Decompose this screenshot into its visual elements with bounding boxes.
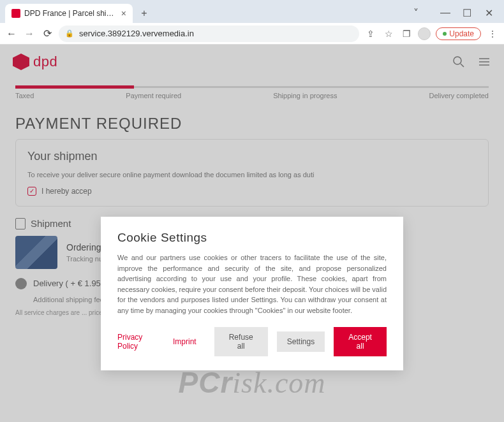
window-controls: ˅ — ☐ ✕ bbox=[411, 7, 499, 19]
modal-title: Cookie Settings bbox=[117, 231, 387, 245]
puzzle-icon[interactable]: ❐ bbox=[400, 29, 413, 39]
url-field[interactable]: 🔒 service.3892129.vervemedia.in bbox=[59, 25, 359, 42]
modal-body: We and our partners use cookies or other… bbox=[117, 252, 387, 316]
chevron-down-icon[interactable]: ˅ bbox=[411, 7, 421, 19]
privacy-policy-link[interactable]: Privacy Policy bbox=[117, 333, 164, 351]
star-icon[interactable]: ☆ bbox=[382, 29, 395, 39]
new-tab-button[interactable]: + bbox=[137, 6, 152, 21]
lock-icon: 🔒 bbox=[65, 29, 74, 38]
maximize-icon[interactable]: ☐ bbox=[462, 7, 472, 19]
reload-button[interactable]: ⟳ bbox=[41, 27, 54, 40]
accept-all-button[interactable]: Accept all bbox=[334, 327, 387, 356]
page-viewport: dpd Taxed Payment required Shipping in p… bbox=[0, 45, 504, 422]
modal-actions: Privacy Policy Imprint Refuse all Settin… bbox=[117, 327, 387, 356]
browser-tab[interactable]: DPD France | Parcel shipping for × bbox=[5, 4, 133, 23]
cookie-modal: Cookie Settings We and our partners use … bbox=[101, 217, 403, 370]
close-icon[interactable]: × bbox=[121, 8, 126, 18]
close-window-icon[interactable]: ✕ bbox=[484, 7, 494, 19]
minimize-icon[interactable]: — bbox=[440, 7, 450, 19]
back-button[interactable]: ← bbox=[5, 28, 18, 40]
url-text: service.3892129.vervemedia.in bbox=[79, 29, 194, 38]
update-label: Update bbox=[449, 29, 474, 38]
update-dot-icon bbox=[443, 32, 447, 36]
tab-favicon bbox=[11, 9, 20, 18]
tab-title: DPD France | Parcel shipping for bbox=[24, 9, 117, 18]
refuse-all-button[interactable]: Refuse all bbox=[214, 327, 268, 356]
forward-button[interactable]: → bbox=[23, 28, 36, 40]
settings-button[interactable]: Settings bbox=[277, 331, 325, 352]
profile-avatar[interactable] bbox=[418, 27, 431, 40]
menu-icon[interactable]: ⋮ bbox=[486, 29, 499, 39]
share-icon[interactable]: ⇪ bbox=[364, 29, 377, 39]
browser-addressbar: ← → ⟳ 🔒 service.3892129.vervemedia.in ⇪ … bbox=[0, 23, 504, 45]
update-button[interactable]: Update bbox=[436, 27, 481, 40]
imprint-link[interactable]: Imprint bbox=[173, 337, 196, 346]
browser-titlebar: DPD France | Parcel shipping for × + ˅ —… bbox=[0, 0, 504, 23]
